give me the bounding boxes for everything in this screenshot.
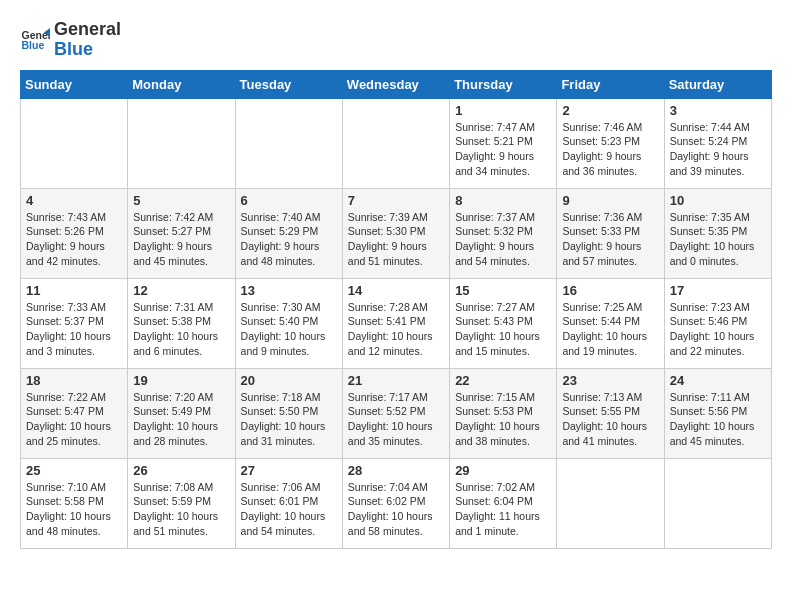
day-number: 12 (133, 283, 229, 298)
day-number: 4 (26, 193, 122, 208)
day-number: 16 (562, 283, 658, 298)
day-cell: 29Sunrise: 7:02 AM Sunset: 6:04 PM Dayli… (450, 458, 557, 548)
day-cell: 1Sunrise: 7:47 AM Sunset: 5:21 PM Daylig… (450, 98, 557, 188)
day-cell: 25Sunrise: 7:10 AM Sunset: 5:58 PM Dayli… (21, 458, 128, 548)
day-cell: 27Sunrise: 7:06 AM Sunset: 6:01 PM Dayli… (235, 458, 342, 548)
header: General Blue General Blue (20, 20, 772, 60)
weekday-header-monday: Monday (128, 70, 235, 98)
calendar-body: 1Sunrise: 7:47 AM Sunset: 5:21 PM Daylig… (21, 98, 772, 548)
day-cell: 23Sunrise: 7:13 AM Sunset: 5:55 PM Dayli… (557, 368, 664, 458)
day-number: 20 (241, 373, 337, 388)
day-cell: 9Sunrise: 7:36 AM Sunset: 5:33 PM Daylig… (557, 188, 664, 278)
day-number: 26 (133, 463, 229, 478)
week-row-5: 25Sunrise: 7:10 AM Sunset: 5:58 PM Dayli… (21, 458, 772, 548)
week-row-1: 1Sunrise: 7:47 AM Sunset: 5:21 PM Daylig… (21, 98, 772, 188)
logo-line2: Blue (54, 40, 121, 60)
day-number: 17 (670, 283, 766, 298)
day-cell: 22Sunrise: 7:15 AM Sunset: 5:53 PM Dayli… (450, 368, 557, 458)
day-info: Sunrise: 7:42 AM Sunset: 5:27 PM Dayligh… (133, 210, 229, 269)
day-info: Sunrise: 7:43 AM Sunset: 5:26 PM Dayligh… (26, 210, 122, 269)
day-number: 23 (562, 373, 658, 388)
day-cell: 18Sunrise: 7:22 AM Sunset: 5:47 PM Dayli… (21, 368, 128, 458)
day-number: 7 (348, 193, 444, 208)
day-info: Sunrise: 7:37 AM Sunset: 5:32 PM Dayligh… (455, 210, 551, 269)
day-info: Sunrise: 7:36 AM Sunset: 5:33 PM Dayligh… (562, 210, 658, 269)
day-cell: 20Sunrise: 7:18 AM Sunset: 5:50 PM Dayli… (235, 368, 342, 458)
day-cell (235, 98, 342, 188)
svg-text:Blue: Blue (22, 39, 45, 51)
week-row-3: 11Sunrise: 7:33 AM Sunset: 5:37 PM Dayli… (21, 278, 772, 368)
weekday-header-thursday: Thursday (450, 70, 557, 98)
day-info: Sunrise: 7:17 AM Sunset: 5:52 PM Dayligh… (348, 390, 444, 449)
day-info: Sunrise: 7:47 AM Sunset: 5:21 PM Dayligh… (455, 120, 551, 179)
day-cell: 14Sunrise: 7:28 AM Sunset: 5:41 PM Dayli… (342, 278, 449, 368)
day-info: Sunrise: 7:13 AM Sunset: 5:55 PM Dayligh… (562, 390, 658, 449)
day-info: Sunrise: 7:22 AM Sunset: 5:47 PM Dayligh… (26, 390, 122, 449)
weekday-header-row: SundayMondayTuesdayWednesdayThursdayFrid… (21, 70, 772, 98)
day-number: 5 (133, 193, 229, 208)
day-info: Sunrise: 7:35 AM Sunset: 5:35 PM Dayligh… (670, 210, 766, 269)
day-cell: 3Sunrise: 7:44 AM Sunset: 5:24 PM Daylig… (664, 98, 771, 188)
day-info: Sunrise: 7:46 AM Sunset: 5:23 PM Dayligh… (562, 120, 658, 179)
day-info: Sunrise: 7:08 AM Sunset: 5:59 PM Dayligh… (133, 480, 229, 539)
logo-line1: General (54, 20, 121, 40)
day-cell (21, 98, 128, 188)
day-info: Sunrise: 7:04 AM Sunset: 6:02 PM Dayligh… (348, 480, 444, 539)
day-cell: 15Sunrise: 7:27 AM Sunset: 5:43 PM Dayli… (450, 278, 557, 368)
day-info: Sunrise: 7:31 AM Sunset: 5:38 PM Dayligh… (133, 300, 229, 359)
day-number: 25 (26, 463, 122, 478)
day-cell: 19Sunrise: 7:20 AM Sunset: 5:49 PM Dayli… (128, 368, 235, 458)
day-number: 15 (455, 283, 551, 298)
day-cell: 12Sunrise: 7:31 AM Sunset: 5:38 PM Dayli… (128, 278, 235, 368)
day-cell: 2Sunrise: 7:46 AM Sunset: 5:23 PM Daylig… (557, 98, 664, 188)
day-info: Sunrise: 7:44 AM Sunset: 5:24 PM Dayligh… (670, 120, 766, 179)
day-cell: 16Sunrise: 7:25 AM Sunset: 5:44 PM Dayli… (557, 278, 664, 368)
day-cell: 21Sunrise: 7:17 AM Sunset: 5:52 PM Dayli… (342, 368, 449, 458)
day-number: 29 (455, 463, 551, 478)
day-cell (664, 458, 771, 548)
day-info: Sunrise: 7:33 AM Sunset: 5:37 PM Dayligh… (26, 300, 122, 359)
day-cell: 5Sunrise: 7:42 AM Sunset: 5:27 PM Daylig… (128, 188, 235, 278)
day-info: Sunrise: 7:11 AM Sunset: 5:56 PM Dayligh… (670, 390, 766, 449)
week-row-4: 18Sunrise: 7:22 AM Sunset: 5:47 PM Dayli… (21, 368, 772, 458)
day-number: 3 (670, 103, 766, 118)
day-info: Sunrise: 7:30 AM Sunset: 5:40 PM Dayligh… (241, 300, 337, 359)
day-cell: 13Sunrise: 7:30 AM Sunset: 5:40 PM Dayli… (235, 278, 342, 368)
weekday-header-wednesday: Wednesday (342, 70, 449, 98)
day-info: Sunrise: 7:25 AM Sunset: 5:44 PM Dayligh… (562, 300, 658, 359)
day-info: Sunrise: 7:06 AM Sunset: 6:01 PM Dayligh… (241, 480, 337, 539)
day-number: 24 (670, 373, 766, 388)
day-number: 28 (348, 463, 444, 478)
day-info: Sunrise: 7:15 AM Sunset: 5:53 PM Dayligh… (455, 390, 551, 449)
day-number: 27 (241, 463, 337, 478)
day-number: 6 (241, 193, 337, 208)
day-info: Sunrise: 7:27 AM Sunset: 5:43 PM Dayligh… (455, 300, 551, 359)
day-cell (128, 98, 235, 188)
day-info: Sunrise: 7:02 AM Sunset: 6:04 PM Dayligh… (455, 480, 551, 539)
day-number: 2 (562, 103, 658, 118)
day-cell: 10Sunrise: 7:35 AM Sunset: 5:35 PM Dayli… (664, 188, 771, 278)
day-cell (342, 98, 449, 188)
weekday-header-sunday: Sunday (21, 70, 128, 98)
day-cell: 7Sunrise: 7:39 AM Sunset: 5:30 PM Daylig… (342, 188, 449, 278)
day-info: Sunrise: 7:20 AM Sunset: 5:49 PM Dayligh… (133, 390, 229, 449)
weekday-header-friday: Friday (557, 70, 664, 98)
day-cell: 24Sunrise: 7:11 AM Sunset: 5:56 PM Dayli… (664, 368, 771, 458)
weekday-header-saturday: Saturday (664, 70, 771, 98)
day-cell: 8Sunrise: 7:37 AM Sunset: 5:32 PM Daylig… (450, 188, 557, 278)
day-info: Sunrise: 7:28 AM Sunset: 5:41 PM Dayligh… (348, 300, 444, 359)
day-info: Sunrise: 7:23 AM Sunset: 5:46 PM Dayligh… (670, 300, 766, 359)
day-number: 19 (133, 373, 229, 388)
week-row-2: 4Sunrise: 7:43 AM Sunset: 5:26 PM Daylig… (21, 188, 772, 278)
day-info: Sunrise: 7:39 AM Sunset: 5:30 PM Dayligh… (348, 210, 444, 269)
weekday-header-tuesday: Tuesday (235, 70, 342, 98)
day-info: Sunrise: 7:18 AM Sunset: 5:50 PM Dayligh… (241, 390, 337, 449)
logo-icon: General Blue (20, 25, 50, 55)
day-cell: 4Sunrise: 7:43 AM Sunset: 5:26 PM Daylig… (21, 188, 128, 278)
day-number: 10 (670, 193, 766, 208)
day-cell: 6Sunrise: 7:40 AM Sunset: 5:29 PM Daylig… (235, 188, 342, 278)
day-cell: 11Sunrise: 7:33 AM Sunset: 5:37 PM Dayli… (21, 278, 128, 368)
day-cell: 26Sunrise: 7:08 AM Sunset: 5:59 PM Dayli… (128, 458, 235, 548)
day-number: 1 (455, 103, 551, 118)
day-cell (557, 458, 664, 548)
